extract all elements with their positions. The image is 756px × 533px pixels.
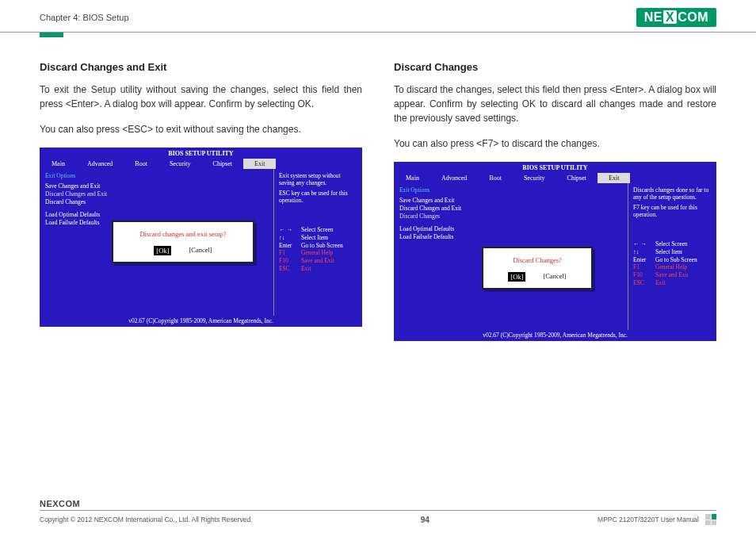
section-title-right: Discard Changes <box>394 61 716 73</box>
bios-body: Exit Options Save Changes and Exit Disca… <box>395 183 716 330</box>
bios-tab-exit: Exit <box>243 159 276 169</box>
ok-button[interactable]: [Ok] <box>508 272 525 282</box>
help-keys: ← →Select Screen ↑↓Select Item EnterGo t… <box>633 240 711 287</box>
chapter-label: Chapter 4: BIOS Setup <box>40 13 129 22</box>
cancel-button[interactable]: [Cancel] <box>543 272 566 282</box>
dialog-message: Discard changes and exit setup? <box>124 230 242 238</box>
bios-tab-exit: Exit <box>598 173 630 183</box>
help-text: Discards changes done so far to any of t… <box>633 186 711 201</box>
paragraph: You can also press <ESC> to exit without… <box>40 122 362 136</box>
bios-option: Load Optimal Defaults <box>45 211 269 218</box>
bios-tabs: Main Advanced Boot Security Chipset Exit <box>395 173 716 183</box>
bios-tab-boot: Boot <box>124 159 158 169</box>
right-column: Discard Changes To discard the changes, … <box>394 61 716 341</box>
bios-footer: v02.67 (C)Copyright 1985-2009, American … <box>395 330 716 340</box>
bios-title: BIOS SETUP UTILITY <box>40 148 361 159</box>
bios-option-selected: Discard Changes <box>399 213 623 220</box>
bios-screenshot-right: BIOS SETUP UTILITY Main Advanced Boot Se… <box>394 162 716 341</box>
bios-option: Save Changes and Exit <box>45 182 269 190</box>
paragraph: You can also press <F7> to discard the c… <box>394 136 716 151</box>
footer-brand: NEXCOM <box>40 499 716 508</box>
bios-title: BIOS SETUP UTILITY <box>395 163 716 173</box>
bios-option: Load Optimal Defaults <box>399 225 623 232</box>
bios-tab-main: Main <box>40 159 76 169</box>
bios-tab-main: Main <box>395 173 430 183</box>
bios-footer: v02.67 (C)Copyright 1985-2009, American … <box>40 316 361 326</box>
help-text: ESC key can be used for this operation. <box>279 190 357 204</box>
options-heading: Exit Options <box>45 172 269 179</box>
page-header: Chapter 4: BIOS Setup NEXCOM <box>0 0 756 33</box>
bios-option: Discard Changes <box>45 198 269 205</box>
bios-option-selected: Discard Changes and Exit <box>45 190 269 197</box>
bios-option: Load Failsafe Defaults <box>399 233 623 240</box>
bios-tab-boot: Boot <box>478 173 513 183</box>
confirm-dialog: Discard Changes? [Ok] [Cancel] <box>482 247 593 290</box>
help-text: F7 key can be used for this operation. <box>633 204 711 218</box>
bios-help-panel: Discards changes done so far to any of t… <box>628 183 716 330</box>
bios-help-panel: Exit system setup without saving any cha… <box>274 169 361 316</box>
help-keys: ← →Select Screen ↑↓Select Item EnterGo t… <box>279 226 357 273</box>
page-footer: NEXCOM Copyright © 2012 NEXCOM Internati… <box>0 499 756 525</box>
bios-option: Save Changes and Exit <box>399 197 623 204</box>
bios-tabs: Main Advanced Boot Security Chipset Exit <box>40 159 361 169</box>
paragraph: To exit the Setup utility without saving… <box>40 82 362 111</box>
bios-tab-advanced: Advanced <box>76 159 124 169</box>
bios-tab-security: Security <box>158 159 202 169</box>
content-columns: Discard Changes and Exit To exit the Set… <box>0 37 756 341</box>
dialog-message: Discard Changes? <box>494 256 580 264</box>
confirm-dialog: Discard changes and exit setup? [Ok] [Ca… <box>112 220 254 263</box>
bios-tab-security: Security <box>513 173 556 183</box>
brand-logo: NEXCOM <box>636 8 716 27</box>
copyright-text: Copyright © 2012 NEXCOM International Co… <box>40 516 252 523</box>
footer-deco-icon <box>705 514 716 525</box>
options-heading: Exit Options <box>399 186 623 194</box>
bios-tab-advanced: Advanced <box>430 173 478 183</box>
bios-body: Exit Options Save Changes and Exit Disca… <box>40 169 361 316</box>
section-title-left: Discard Changes and Exit <box>40 61 362 73</box>
bios-screenshot-left: BIOS SETUP UTILITY Main Advanced Boot Se… <box>40 148 362 327</box>
left-column: Discard Changes and Exit To exit the Set… <box>40 61 362 341</box>
help-text: Exit system setup without saving any cha… <box>279 172 357 186</box>
cancel-button[interactable]: [Cancel] <box>189 246 212 255</box>
ok-button[interactable]: [Ok] <box>154 246 171 255</box>
paragraph: To discard the changes, select this fiel… <box>394 82 716 125</box>
bios-tab-chipset: Chipset <box>202 159 243 169</box>
bios-tab-chipset: Chipset <box>556 173 598 183</box>
page-number: 94 <box>421 516 430 524</box>
manual-name: MPPC 2120T/3220T User Manual <box>598 516 699 523</box>
bios-option: Discard Changes and Exit <box>399 205 623 212</box>
